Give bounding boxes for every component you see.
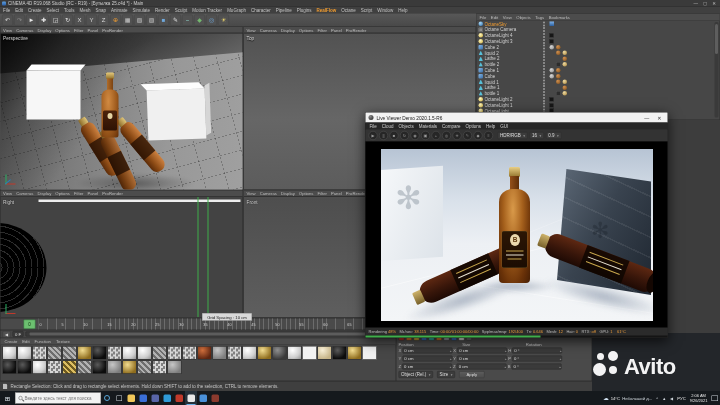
menu-item[interactable]: Window [377,8,393,13]
weather-widget[interactable]: ☁ 14°C Небольшой д... [603,395,652,402]
object-tag-icon[interactable] [550,39,555,44]
visibility-dots[interactable] [540,27,548,32]
viewport-menu-item[interactable]: Display [281,191,295,196]
light-icon[interactable]: ☀ [218,14,229,25]
start-button[interactable]: ⊞ [0,391,15,405]
material-swatch[interactable] [123,361,137,375]
material-swatch[interactable] [18,361,32,375]
object-tag-icon[interactable] [550,91,555,96]
menu-item[interactable]: Tools [64,8,75,13]
object-tag-icon[interactable] [563,56,568,61]
object-tag-icon[interactable] [563,51,568,56]
move-icon[interactable]: ✚ [38,14,49,25]
object-name[interactable]: OctaneLight 2 [485,97,539,102]
menu-item[interactable]: Mesh [80,8,91,13]
material-swatch[interactable] [168,346,182,360]
redo-icon[interactable]: ↷ [14,14,25,25]
lv-menu-item[interactable]: Objects [399,124,414,129]
size-mode-select[interactable]: Size [437,371,455,378]
lv-region-render-icon[interactable]: ▣ [421,131,430,140]
object-name[interactable]: liquid 2 [485,50,539,55]
visibility-dots[interactable] [540,79,548,84]
object-name[interactable]: OctaneLight 4 [485,33,539,38]
viewport-menu-item[interactable]: Panel [331,191,342,196]
menu-item[interactable]: Animate [111,8,128,13]
taskbar-clock[interactable]: 2:06 AM 9/26/2021 [690,394,708,403]
object-manager-menu-item[interactable]: View [503,15,512,20]
perspective-viewport[interactable]: Perspective [0,33,243,190]
material-menu-item[interactable]: Texture [56,339,70,344]
lv-daylight-icon[interactable]: ☀ [453,131,462,140]
photoshop-icon[interactable] [209,391,221,405]
material-swatch[interactable] [303,346,317,360]
render-view-icon[interactable]: ▦ [122,14,133,25]
volume-icon[interactable]: ◀ [670,396,673,401]
range-start-field[interactable]: 0 F [13,331,24,337]
material-swatch[interactable] [153,361,167,375]
material-swatch[interactable] [3,346,17,360]
visibility-dots[interactable] [540,68,548,73]
material-swatch[interactable] [78,346,92,360]
range-left-button[interactable]: ◀ [3,331,11,338]
object-manager-menu-item[interactable]: Bookmarks [549,15,570,20]
spline-profile-1[interactable] [198,197,199,317]
material-swatch[interactable] [318,346,332,360]
viewport-menu-item[interactable]: Options [55,27,70,32]
object-name[interactable]: bottle 1 [485,91,539,96]
material-swatch[interactable] [63,361,77,375]
object-manager-menu-item[interactable]: Tags [535,15,544,20]
x-axis-lock-icon[interactable]: X [74,14,85,25]
viewport-menu-item[interactable]: Cameras [260,191,277,196]
action-center-icon[interactable] [712,395,719,401]
octane-live-viewer-icon[interactable] [185,391,197,405]
viewport-menu-item[interactable]: ProRender [346,191,367,196]
viewport-menu-item[interactable]: ProRender [102,191,123,196]
object-tag-icon[interactable] [556,45,561,50]
rotation-field[interactable]: 0 ° [512,356,562,362]
object-tag-icon[interactable] [550,33,555,38]
visibility-dots[interactable] [540,56,548,61]
viewport-menu-item[interactable]: View [247,191,256,196]
material-swatch[interactable] [108,361,122,375]
menu-item[interactable]: RealFlow [316,8,336,13]
material-swatch[interactable] [348,346,362,360]
lv-play-icon[interactable]: ▶ [369,131,378,140]
visibility-dots[interactable] [540,62,548,67]
object-tag-icon[interactable] [550,27,555,32]
visibility-dots[interactable] [540,45,548,50]
visibility-dots[interactable] [540,91,548,96]
menu-item[interactable]: Motion Tracker [192,8,222,13]
object-tag-icon[interactable] [550,74,555,79]
object-name[interactable]: Lathe 1 [485,85,539,90]
object-tag-icon[interactable] [550,80,555,85]
material-swatch[interactable] [108,346,122,360]
taskbar-search[interactable] [15,393,101,404]
material-swatch[interactable] [333,346,347,360]
position-field[interactable]: 0 cm [402,356,452,362]
object-tag-icon[interactable] [550,51,555,56]
menu-item[interactable]: Select [47,8,60,13]
viewport-menu-item[interactable]: Panel [331,27,342,32]
lv-dropdown[interactable]: 16 [530,132,544,139]
object-manager-scrollbar[interactable] [715,22,719,118]
material-swatch[interactable] [93,361,107,375]
material-swatch[interactable] [273,346,287,360]
coordinate-mode-select[interactable]: Object (Rel.) [399,371,434,378]
lv-clay-mode-icon[interactable]: ◆ [474,131,483,140]
undo-icon[interactable]: ↶ [2,14,13,25]
lv-picking-mode-icon[interactable]: + [432,131,441,140]
viewport-menu-item[interactable]: Options [299,27,314,32]
visibility-dots[interactable] [540,74,548,79]
material-swatch[interactable] [33,346,47,360]
object-name[interactable]: liquid 1 [485,79,539,84]
material-menu-item[interactable]: Create [5,339,18,344]
cortana-button[interactable] [101,391,113,405]
visibility-dots[interactable] [540,21,548,26]
object-tag-icon[interactable] [550,56,555,61]
menu-item[interactable]: Render [155,8,170,13]
menu-item[interactable]: Character [251,8,271,13]
lv-menu-item[interactable]: GUI [500,124,508,129]
object-tag-icon[interactable] [550,103,555,108]
scale-icon[interactable]: ◲ [50,14,61,25]
material-swatch[interactable] [78,361,92,375]
